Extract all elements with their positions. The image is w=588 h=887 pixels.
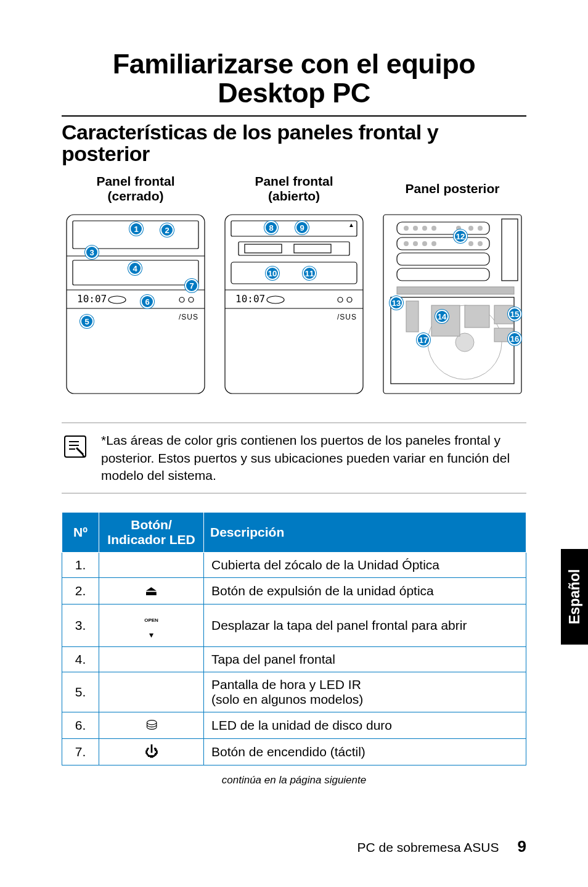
svg-point-43 <box>468 241 473 246</box>
table-row: 5. Pantalla de hora y LED IR (solo en al… <box>62 672 526 712</box>
svg-point-38 <box>478 226 483 231</box>
note-block: *Las áreas de color gris contienen los p… <box>62 423 526 493</box>
cell-desc: Botón de expulsión de la unidad óptica <box>204 578 526 604</box>
cell-desc: Botón de encendido (táctil) <box>204 739 526 765</box>
svg-text:▲: ▲ <box>348 221 354 228</box>
th-btn: Botón/ Indicador LED <box>99 513 204 553</box>
svg-point-33 <box>413 226 418 231</box>
cell-num: 2. <box>62 578 99 604</box>
svg-point-40 <box>413 241 418 246</box>
svg-point-44 <box>478 241 483 246</box>
note-text: *Las áreas de color gris contienen los p… <box>101 432 526 484</box>
callout-12: 12 <box>454 229 467 243</box>
svg-point-37 <box>468 226 473 231</box>
svg-text:10:07: 10:07 <box>235 293 265 305</box>
table-row: 3. OPEN ▾ Desplazar la tapa del panel fr… <box>62 604 526 647</box>
svg-point-5 <box>108 296 126 303</box>
svg-rect-45 <box>397 287 514 294</box>
cell-num: 4. <box>62 647 99 672</box>
note-icon <box>62 432 89 484</box>
diagram-front-closed: 10:07 /SUS 1 2 3 4 5 6 7 <box>62 210 210 404</box>
cell-desc: Pantalla de hora y LED IR (solo en algun… <box>204 672 526 712</box>
open-icon-label: OPEN <box>144 617 158 623</box>
svg-rect-26 <box>383 215 521 394</box>
table-row: 2. ⏏ Botón de expulsión de la unidad ópt… <box>62 578 526 604</box>
callout-10: 10 <box>266 266 279 280</box>
label-front-open-l1: Panel frontal <box>220 174 368 189</box>
cell-icon <box>99 647 204 672</box>
eject-icon: ⏏ <box>99 578 204 604</box>
continued-note: continúa en la página siguiente <box>62 774 526 786</box>
th-num: Nº <box>62 513 99 553</box>
callout-7: 7 <box>185 279 198 292</box>
table-row: 7. ⏻ Botón de encendido (táctil) <box>62 739 526 765</box>
table-row: 6. ⛁ LED de la unidad de disco duro <box>62 712 526 739</box>
svg-point-41 <box>422 241 427 246</box>
svg-rect-47 <box>406 301 419 332</box>
cell-desc: Tapa del panel frontal <box>204 647 526 672</box>
table-row: 1. Cubierta del zócalo de la Unidad Ópti… <box>62 553 526 578</box>
svg-rect-51 <box>465 305 489 328</box>
callout-8: 8 <box>264 221 278 234</box>
th-desc: Descripción <box>204 513 526 553</box>
cell-icon <box>99 553 204 578</box>
svg-rect-28 <box>397 222 489 234</box>
svg-point-34 <box>422 226 427 231</box>
cell-num: 5. <box>62 672 99 712</box>
svg-point-35 <box>431 226 436 231</box>
svg-rect-29 <box>397 237 489 250</box>
svg-rect-27 <box>502 219 518 281</box>
cell-num: 7. <box>62 739 99 765</box>
callout-5: 5 <box>80 315 94 328</box>
svg-point-39 <box>404 241 409 246</box>
cell-desc: LED de la unidad de disco duro <box>204 712 526 739</box>
callout-15: 15 <box>508 307 521 321</box>
svg-point-23 <box>347 297 352 302</box>
diagrams-row: 10:07 /SUS 1 2 3 4 5 6 7 ▲ <box>62 210 526 404</box>
svg-point-21 <box>267 296 284 303</box>
callout-11: 11 <box>303 266 316 280</box>
cell-desc: Cubierta del zócalo de la Unidad Óptica <box>204 553 526 578</box>
callout-13: 13 <box>390 296 403 310</box>
callout-16: 16 <box>508 332 521 345</box>
diagram-front-open: ▲ 10:07 /SUS 8 9 10 11 <box>220 210 368 404</box>
page-footer: PC de sobremesa ASUS 9 <box>357 837 526 856</box>
svg-rect-11 <box>231 221 357 236</box>
callout-2: 2 <box>160 223 174 237</box>
svg-point-22 <box>338 297 343 302</box>
cell-icon <box>99 672 204 712</box>
callout-3: 3 <box>85 245 99 259</box>
label-front-open-l2: (abierto) <box>220 189 368 204</box>
diagram-rear: 12 13 14 15 16 17 <box>378 210 526 404</box>
hdd-icon: ⛁ <box>99 712 204 739</box>
page-number: 9 <box>518 837 526 856</box>
cell-num: 6. <box>62 712 99 739</box>
cell-num: 1. <box>62 553 99 578</box>
callout-17: 17 <box>417 333 430 347</box>
callout-4: 4 <box>128 262 142 275</box>
description-table: Nº Botón/ Indicador LED Descripción 1. C… <box>62 512 526 765</box>
svg-point-6 <box>179 297 184 302</box>
svg-point-32 <box>404 226 409 231</box>
page-title: Familiarizarse con el equipo Desktop PC <box>62 49 526 108</box>
svg-text:/SUS: /SUS <box>179 313 198 321</box>
cell-num: 3. <box>62 604 99 647</box>
label-front-closed-l1: Panel frontal <box>62 174 210 189</box>
open-arrow-icon: ▾ <box>149 630 153 640</box>
open-icon: OPEN ▾ <box>99 604 204 647</box>
svg-rect-14 <box>245 244 282 253</box>
language-tab: Español <box>561 549 588 645</box>
callout-1: 1 <box>129 222 143 236</box>
cell-desc: Desplazar la tapa del panel frontal para… <box>204 604 526 647</box>
callout-9: 9 <box>295 221 309 234</box>
svg-point-42 <box>431 241 436 246</box>
page-subtitle: Características de los paneles frontal y… <box>62 122 526 165</box>
power-icon: ⏻ <box>99 739 204 765</box>
table-row: 4. Tapa del panel frontal <box>62 647 526 672</box>
panel-labels-row: Panel frontal (cerrado) Panel frontal (a… <box>62 174 526 204</box>
svg-rect-16 <box>231 262 357 284</box>
title-rule <box>62 115 526 117</box>
svg-point-7 <box>189 297 194 302</box>
label-front-closed-l2: (cerrado) <box>62 189 210 204</box>
svg-rect-15 <box>294 244 331 253</box>
